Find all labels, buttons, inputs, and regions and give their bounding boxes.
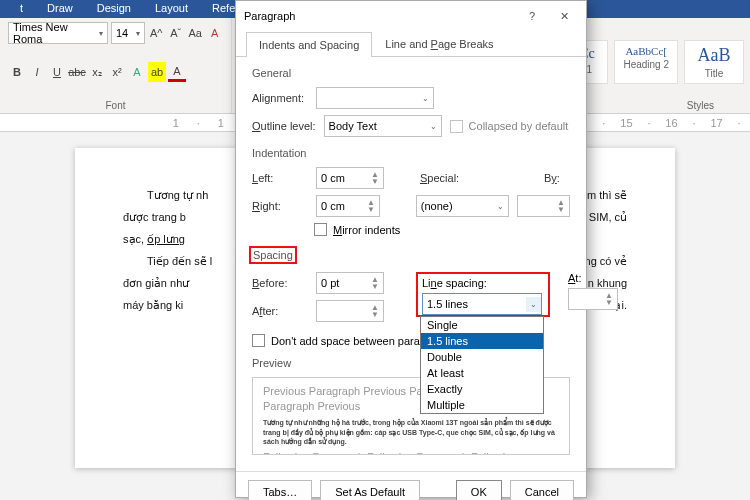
by-input[interactable]: ▲▼ [517, 195, 570, 217]
font-group-label: Font [8, 96, 223, 111]
line-spacing-label: Line spacing: [422, 277, 544, 289]
left-label: Left: [252, 172, 308, 184]
option-double[interactable]: Double [421, 349, 543, 365]
font-name-select[interactable]: Times New Roma▾ [8, 22, 108, 44]
shrink-font-icon[interactable]: Aˇ [167, 23, 184, 43]
option-multiple[interactable]: Multiple [421, 397, 543, 413]
option-single[interactable]: Single [421, 317, 543, 333]
style-title[interactable]: AaBTitle [684, 40, 744, 84]
outline-label: Outline level: [252, 120, 316, 132]
right-label: Right: [252, 200, 308, 212]
outline-select[interactable]: Body Text⌄ [324, 115, 442, 137]
text-effects-icon[interactable]: A [128, 62, 146, 82]
after-label: After: [252, 305, 308, 317]
alignment-label: Alignment: [252, 92, 308, 104]
collapsed-label: Collapsed by default [469, 120, 569, 132]
tab-layout[interactable]: Layout [143, 0, 200, 18]
option-at-least[interactable]: At least [421, 365, 543, 381]
line-spacing-select[interactable]: 1.5 lines⌄ [422, 293, 542, 315]
line-spacing-dropdown: Single 1.5 lines Double At least Exactly… [420, 316, 544, 414]
underline-icon[interactable]: U [48, 62, 66, 82]
special-select[interactable]: (none)⌄ [416, 195, 510, 217]
collapsed-checkbox [450, 120, 463, 133]
font-color-icon[interactable]: A [168, 62, 186, 82]
alignment-select[interactable]: ⌄ [316, 87, 434, 109]
cancel-button[interactable]: Cancel [510, 480, 574, 500]
section-spacing: Spacing [249, 246, 297, 264]
subscript-icon[interactable]: x₂ [88, 62, 106, 82]
highlight-icon[interactable]: ab [148, 62, 166, 82]
tab-t[interactable]: t [8, 0, 35, 18]
at-label: At: [568, 272, 618, 284]
close-icon[interactable]: ✕ [550, 4, 578, 28]
strike-icon[interactable]: abc [68, 62, 86, 82]
tab-line-page-breaks[interactable]: Line and Page Breaks [372, 31, 506, 56]
ok-button[interactable]: OK [456, 480, 502, 500]
clear-format-icon[interactable]: A [206, 23, 223, 43]
option-1-5-lines[interactable]: 1.5 lines [421, 333, 543, 349]
style-heading2[interactable]: AaBbCc[Heading 2 [614, 40, 678, 84]
tab-design[interactable]: Design [85, 0, 143, 18]
set-default-button[interactable]: Set As Default [320, 480, 420, 500]
styles-label: Styles [687, 100, 714, 111]
mirror-checkbox[interactable] [314, 223, 327, 236]
tab-draw[interactable]: Draw [35, 0, 85, 18]
bold-icon[interactable]: B [8, 62, 26, 82]
dialog-title: Paragraph [244, 10, 295, 22]
option-exactly[interactable]: Exactly [421, 381, 543, 397]
font-size-select[interactable]: 14▾ [111, 22, 145, 44]
no-add-space-checkbox[interactable] [252, 334, 265, 347]
section-indentation: Indentation [252, 147, 570, 159]
after-input[interactable]: ▲▼ [316, 300, 384, 322]
left-indent-input[interactable]: 0 cm▲▼ [316, 167, 384, 189]
change-case-icon[interactable]: Aa [187, 23, 204, 43]
by-label: By: [544, 172, 564, 184]
before-label: Before: [252, 277, 308, 289]
right-indent-input[interactable]: 0 cm▲▼ [316, 195, 380, 217]
before-input[interactable]: 0 pt▲▼ [316, 272, 384, 294]
tab-indents-spacing[interactable]: Indents and Spacing [246, 32, 372, 57]
grow-font-icon[interactable]: A^ [148, 23, 165, 43]
superscript-icon[interactable]: x² [108, 62, 126, 82]
mirror-label: Mirror indents [333, 224, 400, 236]
paragraph-dialog: Paragraph ? ✕ Indents and Spacing Line a… [235, 0, 587, 498]
at-input[interactable]: ▲▼ [568, 288, 618, 310]
help-icon[interactable]: ? [518, 4, 546, 28]
tabs-button[interactable]: Tabs… [248, 480, 312, 500]
section-general: General [252, 67, 570, 79]
italic-icon[interactable]: I [28, 62, 46, 82]
special-label: Special: [420, 172, 476, 184]
